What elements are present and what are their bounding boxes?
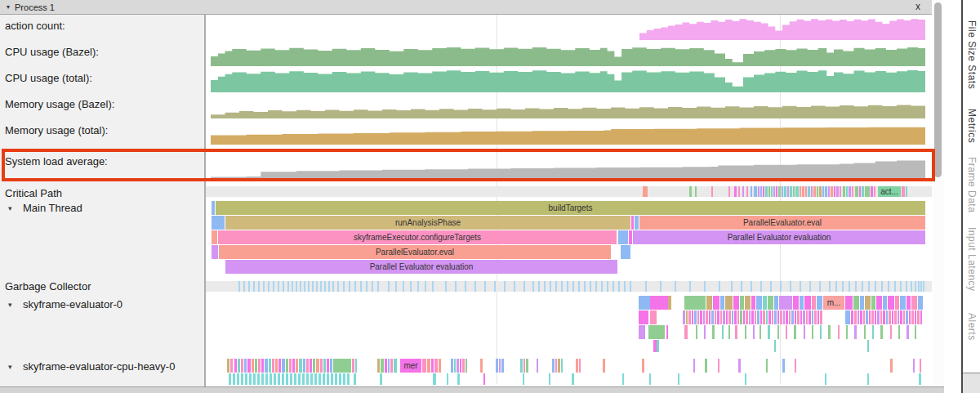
- garbage-collector-strip[interactable]: [206, 281, 932, 292]
- trace-event[interactable]: [635, 216, 639, 230]
- trace-event[interactable]: [751, 296, 755, 310]
- trace-event[interactable]: [230, 359, 233, 373]
- trace-event[interactable]: [892, 310, 893, 324]
- trace-event[interactable]: [877, 310, 880, 324]
- trace-event[interactable]: [794, 325, 796, 339]
- trace-event[interactable]: [915, 325, 916, 339]
- gc-event-tick[interactable]: [751, 281, 752, 292]
- trace-event[interactable]: [900, 310, 902, 324]
- gc-event-tick[interactable]: [388, 281, 390, 292]
- trace-event[interactable]: [836, 186, 839, 197]
- trace-event[interactable]: [385, 359, 387, 373]
- trace-event[interactable]: [678, 373, 679, 385]
- gc-event-tick[interactable]: [349, 281, 350, 292]
- memory-usage-bazel-chart[interactable]: [211, 94, 925, 118]
- collapse-arrow-icon[interactable]: ▾: [8, 363, 12, 371]
- trace-event[interactable]: [294, 373, 296, 385]
- trace-event[interactable]: [692, 310, 693, 324]
- trace-event[interactable]: [249, 373, 252, 385]
- tab-input-latency[interactable]: Input Latency: [966, 227, 978, 292]
- gc-event-tick[interactable]: [849, 281, 850, 292]
- gc-event-tick[interactable]: [324, 281, 326, 292]
- trace-event[interactable]: [306, 373, 309, 385]
- gc-event-tick[interactable]: [417, 281, 419, 292]
- thread-label-main-thread[interactable]: Main Thread: [23, 202, 82, 214]
- trace-event[interactable]: [782, 359, 785, 373]
- trace-event[interactable]: [906, 296, 911, 310]
- gc-event-tick[interactable]: [595, 281, 597, 292]
- trace-event[interactable]: [871, 186, 873, 197]
- trace-event-labeled[interactable]: act...: [878, 186, 901, 197]
- gc-event-tick[interactable]: [780, 281, 782, 292]
- trace-event[interactable]: [898, 310, 899, 324]
- trace-event[interactable]: [639, 310, 648, 324]
- trace-event[interactable]: [869, 310, 871, 324]
- trace-event[interactable]: [760, 325, 761, 339]
- trace-event[interactable]: [852, 186, 853, 197]
- trace-event[interactable]: [339, 373, 341, 385]
- gc-event-tick[interactable]: [308, 281, 310, 292]
- gc-event-tick[interactable]: [578, 281, 580, 292]
- trace-event[interactable]: [648, 325, 665, 339]
- thread-label-cpu-heavy[interactable]: skyframe-evaluator-cpu-heavy-0: [23, 360, 175, 373]
- trace-event[interactable]: [763, 296, 767, 310]
- trace-event[interactable]: [462, 359, 465, 373]
- trace-event-labeled[interactable]: runAnalysisPhase: [225, 216, 630, 230]
- thread-label-evaluator0[interactable]: skyframe-evaluator-0: [23, 298, 122, 310]
- trace-event[interactable]: [639, 296, 650, 310]
- process-header[interactable]: ▾ Process 1 x: [0, 0, 932, 15]
- trace-event[interactable]: [302, 373, 305, 385]
- trace-event[interactable]: [745, 296, 751, 310]
- gc-event-tick[interactable]: [532, 281, 534, 292]
- trace-event[interactable]: [735, 325, 737, 339]
- trace-event[interactable]: [258, 359, 261, 373]
- trace-event[interactable]: [290, 373, 292, 385]
- gc-event-tick[interactable]: [287, 281, 289, 292]
- trace-event[interactable]: [812, 310, 813, 324]
- gc-event-tick[interactable]: [238, 281, 240, 292]
- trace-event[interactable]: [388, 359, 390, 373]
- trace-event[interactable]: [434, 359, 438, 373]
- gc-event-tick[interactable]: [455, 281, 457, 292]
- trace-event[interactable]: [700, 310, 702, 324]
- gc-event-tick[interactable]: [809, 281, 811, 292]
- gc-event-tick[interactable]: [328, 281, 330, 292]
- trace-event[interactable]: [454, 359, 456, 373]
- gc-event-tick[interactable]: [862, 281, 863, 292]
- trace-event[interactable]: [817, 310, 819, 324]
- gc-event-tick[interactable]: [624, 281, 626, 292]
- trace-event[interactable]: [725, 296, 733, 310]
- trace-event[interactable]: [917, 310, 920, 324]
- gc-event-tick[interactable]: [675, 281, 676, 292]
- gc-event-tick[interactable]: [645, 281, 647, 292]
- trace-event[interactable]: [333, 359, 351, 373]
- trace-event[interactable]: [314, 373, 317, 385]
- trace-event[interactable]: [780, 310, 782, 324]
- trace-event[interactable]: [874, 186, 875, 197]
- trace-event[interactable]: [760, 186, 762, 197]
- trace-event[interactable]: [265, 359, 268, 373]
- trace-event[interactable]: [768, 296, 773, 310]
- gc-event-tick[interactable]: [504, 281, 506, 292]
- trace-event[interactable]: [906, 310, 908, 324]
- gc-event-tick[interactable]: [494, 281, 496, 292]
- trace-event[interactable]: [643, 186, 648, 197]
- trace-event[interactable]: [247, 359, 251, 373]
- gc-event-tick[interactable]: [273, 281, 274, 292]
- trace-event[interactable]: [740, 296, 744, 310]
- gc-event-tick[interactable]: [248, 281, 250, 292]
- trace-event[interactable]: [286, 373, 288, 385]
- trace-event[interactable]: [883, 296, 887, 310]
- trace-event[interactable]: [831, 186, 833, 197]
- trace-event[interactable]: [303, 359, 305, 373]
- trace-event[interactable]: [499, 359, 501, 373]
- trace-event[interactable]: [523, 359, 525, 373]
- trace-event[interactable]: [846, 325, 848, 339]
- trace-event[interactable]: [803, 310, 805, 324]
- trace-event[interactable]: [722, 325, 724, 339]
- trace-event[interactable]: [825, 373, 826, 385]
- trace-event[interactable]: [734, 310, 737, 324]
- trace-event[interactable]: [909, 310, 911, 324]
- trace-event[interactable]: [316, 359, 319, 373]
- trace-event[interactable]: [212, 201, 215, 215]
